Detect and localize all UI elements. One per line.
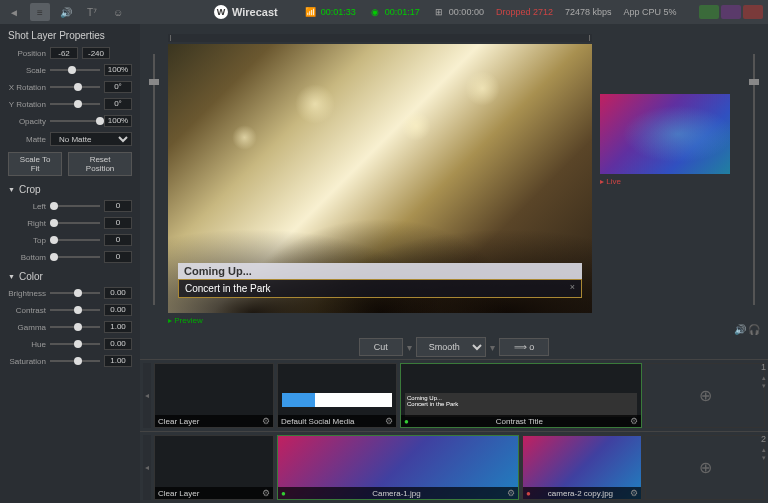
shot-camera-2[interactable]: ●camera-2 copy.jpg⚙ (522, 435, 642, 500)
go-button[interactable]: ⟹ o (499, 338, 550, 356)
app-title: W Wirecast (214, 5, 278, 19)
row-collapse-2[interactable]: ◂ (143, 435, 151, 500)
contrast-slider[interactable] (50, 304, 100, 316)
preview-label: Preview (168, 316, 592, 325)
live-audio-slider[interactable] (748, 34, 760, 325)
yrotation-slider[interactable] (50, 98, 100, 110)
gear-icon[interactable]: ⚙ (507, 488, 515, 498)
emoji-button[interactable]: ☺ (108, 3, 128, 21)
lower-third-overlay[interactable]: Coming Up... Concert in the Park× (178, 263, 582, 298)
reset-position-button[interactable]: Reset Position (68, 152, 132, 176)
row-number-2: 2 (761, 434, 766, 444)
position-x-input[interactable] (50, 47, 78, 59)
brightness-slider[interactable] (50, 287, 100, 299)
app-logo-icon: W (214, 5, 228, 19)
preview-audio-slider[interactable] (148, 34, 160, 325)
shot-clear-layer-2[interactable]: Clear Layer⚙ (154, 435, 274, 500)
dropped-frames: Dropped 2712 (496, 7, 553, 17)
gear-icon[interactable]: ⚙ (385, 416, 393, 426)
panel-title: Shot Layer Properties (8, 30, 132, 41)
back-button[interactable]: ◄ (4, 3, 24, 21)
shot-clear-layer-1[interactable]: Clear Layer⚙ (154, 363, 274, 428)
row-up-icon[interactable]: ▴ (762, 374, 766, 382)
add-shot-button-2[interactable]: ⊕ (645, 435, 765, 500)
opacity-slider[interactable] (50, 115, 100, 127)
cut-button[interactable]: Cut (359, 338, 403, 356)
gear-icon[interactable]: ⚙ (630, 488, 638, 498)
add-shot-button-1[interactable]: ⊕ (645, 363, 765, 428)
row-number-1: 1 (761, 362, 766, 372)
close-overlay-icon[interactable]: × (570, 282, 575, 292)
cut-dropdown-icon[interactable]: ▾ (407, 342, 412, 353)
headphones-icon[interactable]: 🎧 (748, 324, 760, 335)
row-up-icon[interactable]: ▴ (762, 446, 766, 454)
hue-slider[interactable] (50, 338, 100, 350)
gear-icon[interactable]: ⚙ (262, 416, 270, 426)
crop-top-slider[interactable] (50, 234, 100, 246)
crop-bottom-slider[interactable] (50, 251, 100, 263)
preview-canvas[interactable]: Coming Up... Concert in the Park× (168, 44, 592, 313)
gamma-slider[interactable] (50, 321, 100, 333)
shot-social-media[interactable]: Default Social Media⚙ (277, 363, 397, 428)
window-btn-purple[interactable] (721, 5, 741, 19)
scale-to-fit-button[interactable]: Scale To Fit (8, 152, 62, 176)
speaker-icon[interactable]: 🔊 (734, 324, 746, 335)
shot-row-1: ◂ Clear Layer⚙ Default Social Media⚙ Com… (140, 359, 768, 431)
text-button[interactable]: T⁷ (82, 3, 102, 21)
row-collapse-1[interactable]: ◂ (143, 363, 151, 428)
window-btn-red[interactable] (743, 5, 763, 19)
row-down-icon[interactable]: ▾ (762, 382, 766, 390)
stream-status[interactable]: 📶00:01:33 (304, 5, 356, 19)
gear-icon[interactable]: ⚙ (262, 488, 270, 498)
bitrate: 72478 kbps (565, 7, 612, 17)
gear-icon[interactable]: ⚙ (630, 416, 638, 426)
crop-left-slider[interactable] (50, 200, 100, 212)
color-section-toggle[interactable]: Color (8, 271, 132, 282)
live-label: Live (600, 177, 740, 186)
preview-ruler (168, 34, 592, 42)
cpu-usage: App CPU 5% (624, 7, 677, 17)
record-status[interactable]: ◉00:01:17 (368, 5, 420, 19)
position-y-input[interactable] (82, 47, 110, 59)
shot-contrast-title[interactable]: Coming Up...Concert in the Park ●Contras… (400, 363, 642, 428)
crop-section-toggle[interactable]: Crop (8, 184, 132, 195)
live-canvas[interactable] (600, 94, 730, 174)
audio-button[interactable]: 🔊 (56, 3, 76, 21)
layers-button[interactable]: ≡ (30, 3, 50, 21)
xrotation-slider[interactable] (50, 81, 100, 93)
transition-select[interactable]: Smooth (416, 337, 486, 357)
saturation-slider[interactable] (50, 355, 100, 367)
properties-panel: Shot Layer Properties Position Scale 100… (0, 24, 140, 503)
smooth-dropdown-icon[interactable]: ▾ (490, 342, 495, 353)
window-btn-green[interactable] (699, 5, 719, 19)
shot-camera-1[interactable]: ●Camera-1.jpg⚙ (277, 435, 519, 500)
scale-slider[interactable] (50, 64, 100, 76)
isorecord-status[interactable]: ⊞00:00:00 (432, 5, 484, 19)
matte-select[interactable]: No Matte (50, 132, 132, 146)
shot-row-2: ◂ Clear Layer⚙ ●Camera-1.jpg⚙ ●camera-2 … (140, 431, 768, 503)
crop-right-slider[interactable] (50, 217, 100, 229)
row-down-icon[interactable]: ▾ (762, 454, 766, 462)
